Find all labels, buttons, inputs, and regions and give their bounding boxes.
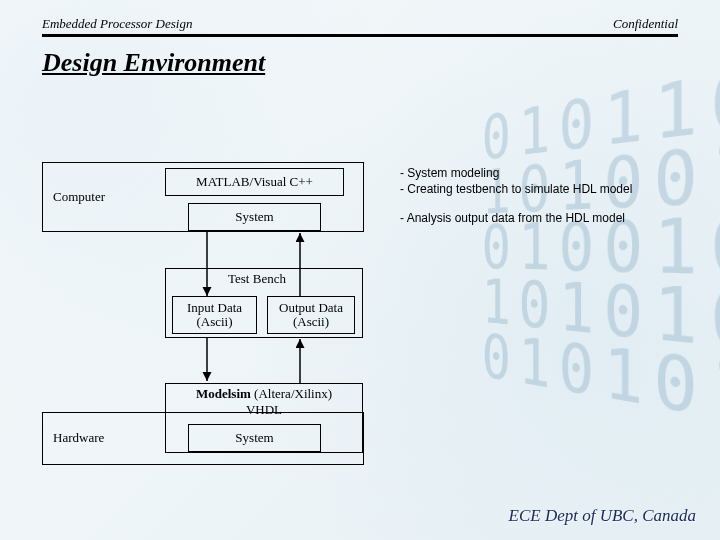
matlab-note-line1: - System modeling [400,166,632,182]
system-annotation: - Analysis output data from the HDL mode… [400,211,625,227]
hardware-group-label: Hardware [53,431,104,445]
output-data-l2: (Ascii) [293,315,329,329]
modelsim-l1-strong: Modelsim [196,386,251,401]
matlab-note-line2: - Creating testbench to simulate HDL mod… [400,182,632,198]
header-bar: Embedded Processor Design Confidential [42,16,678,37]
footer: ECE Dept of UBC, Canada [509,506,696,526]
diagram-canvas: Computer MATLAB/Visual C++ System - Syst… [0,0,720,540]
page-title: Design Environment [42,48,265,78]
system-top-box: System [188,203,321,231]
input-data-box: Input Data (Ascii) [172,296,257,334]
system-top-label: System [235,210,273,224]
input-data-l2: (Ascii) [196,315,232,329]
input-data-l1: Input Data [187,301,242,315]
modelsim-l1-rest: (Altera/Xilinx) [254,386,332,401]
testbench-label: Test Bench [228,271,286,287]
system-note: - Analysis output data from the HDL mode… [400,211,625,225]
system-bottom-box: System [188,424,321,452]
output-data-box: Output Data (Ascii) [267,296,355,334]
output-data-l1: Output Data [279,301,343,315]
matlab-box: MATLAB/Visual C++ [165,168,344,196]
matlab-label: MATLAB/Visual C++ [196,175,313,189]
matlab-annotation: - System modeling - Creating testbench t… [400,166,632,197]
system-bottom-label: System [235,431,273,445]
header-left: Embedded Processor Design [42,16,192,32]
header-right: Confidential [613,16,678,32]
computer-group-label: Computer [53,190,105,204]
